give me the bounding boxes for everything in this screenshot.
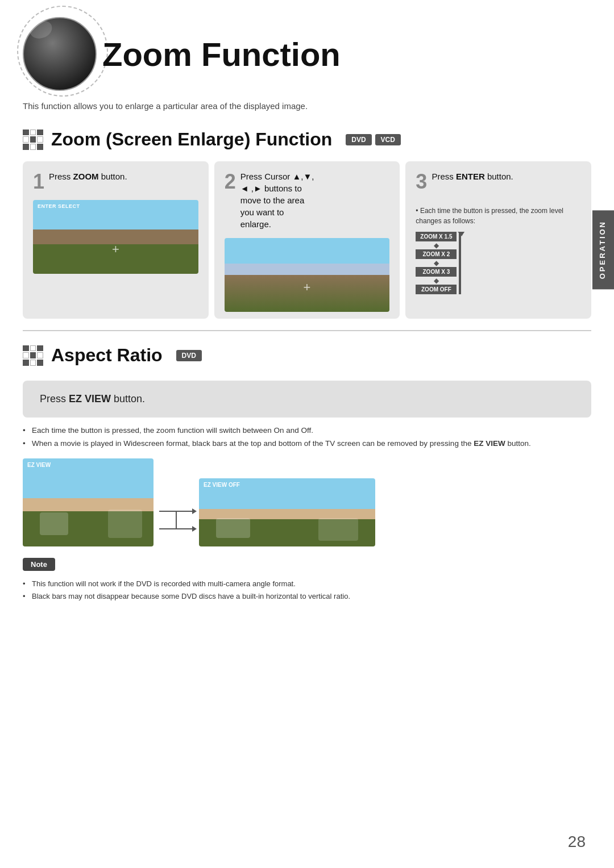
section1-header: Zoom (Screen Enlarge) Function DVD VCD — [0, 123, 614, 156]
page-title: Zoom Function — [85, 35, 341, 73]
ez-image-1-wrap: EZ VIEW — [23, 458, 154, 546]
ez-view-bold2: EZ VIEW — [474, 439, 505, 448]
section1-badges: DVD VCD — [346, 134, 401, 145]
connector — [154, 511, 199, 529]
ez-image-1: EZ VIEW — [23, 458, 154, 546]
bottom-note-1: This function will not work if the DVD i… — [23, 578, 591, 590]
bullet-1: Each time the button is pressed, the zoo… — [23, 424, 591, 437]
checker-icon-2 — [23, 345, 43, 366]
note-box: Note — [23, 558, 55, 571]
step-2-number: 2 — [225, 172, 236, 192]
checker-icon — [23, 130, 43, 150]
page-number: 28 — [568, 833, 586, 851]
bottom-note-2: Black bars may not disappear because som… — [23, 590, 591, 603]
section2-badge: DVD — [176, 350, 202, 361]
bottom-notes: This function will not work if the DVD i… — [23, 578, 591, 603]
section-divider — [23, 330, 591, 331]
bullet-2: When a movie is played in Widescreen for… — [23, 437, 591, 450]
ez-image-2-wrap: EZ VIEW OFF — [199, 478, 375, 546]
zoom-note: • Each time the button is pressed, the z… — [416, 206, 581, 226]
step-2-image: + — [225, 238, 390, 312]
step-1-image: ENTER SELECT + — [33, 200, 198, 274]
section2-header: Aspect Ratio DVD — [0, 339, 614, 372]
bullet-list: Each time the button is pressed, the zoo… — [23, 424, 591, 450]
ez-image-2-label: EZ VIEW OFF — [204, 482, 240, 488]
section1-title: Zoom (Screen Enlarge) Function — [51, 129, 332, 150]
step-3-text: Press ENTER button. — [432, 170, 513, 182]
step-3-number: 3 — [416, 172, 427, 192]
ez-image-1-label: EZ VIEW — [27, 462, 51, 468]
zoom-level-3: ZOOM X 3 — [416, 267, 457, 277]
ez-view-bold: EZ VIEW — [69, 393, 111, 404]
header-subtitle: This function allows you to enlarge a pa… — [0, 97, 614, 120]
ez-images: EZ VIEW EZ VIEW OFF — [23, 458, 591, 546]
step-2-box: 2 Press Cursor ▲,▼,◄ ,► buttons tomove t… — [214, 161, 400, 319]
zoom-level-off: ZOOM OFF — [416, 285, 457, 294]
zoom-chart: • Each time the button is pressed, the z… — [416, 200, 581, 300]
ez-image-2: EZ VIEW OFF — [199, 478, 375, 546]
step-2-text: Press Cursor ▲,▼,◄ ,► buttons tomove to … — [240, 170, 314, 230]
aspect-section: Press EZ VIEW button. — [23, 381, 591, 418]
page-header: Zoom Function — [0, 0, 614, 97]
operation-sidebar: OPERATION — [592, 210, 614, 289]
zoom-level-1: ZOOM X 1.5 — [416, 232, 457, 241]
step-1-number: 1 — [33, 172, 44, 192]
badge-dvd: DVD — [346, 134, 371, 145]
step-3-box: 3 Press ENTER button. • Each time the bu… — [405, 161, 591, 319]
badge-dvd-2: DVD — [176, 350, 202, 361]
step-1-box: 1 Press ZOOM button. ENTER SELECT + — [23, 161, 209, 319]
section2-title: Aspect Ratio — [51, 345, 163, 366]
ez-view-box: Press EZ VIEW button. — [23, 381, 591, 418]
steps-container: 1 Press ZOOM button. ENTER SELECT + 2 Pr… — [23, 161, 591, 319]
zoom-level-2: ZOOM X 2 — [416, 249, 457, 259]
badge-vcd: VCD — [375, 134, 401, 145]
step-1-text: Press ZOOM button. — [49, 170, 127, 182]
step-1-image-label: ENTER SELECT — [38, 203, 80, 209]
